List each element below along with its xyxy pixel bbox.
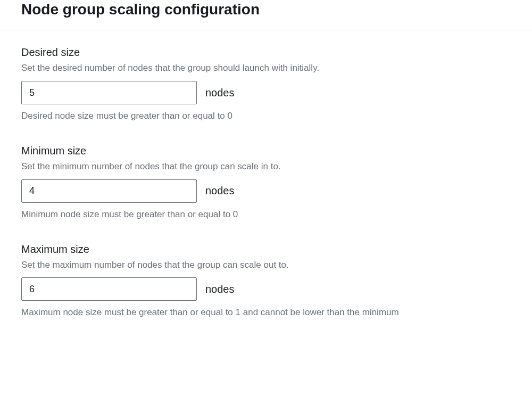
page-title: Node group scaling configuration	[21, 0, 511, 19]
minimum-size-label: Minimum size	[21, 145, 511, 157]
page-header: Node group scaling configuration	[0, 0, 532, 30]
minimum-size-input[interactable]	[21, 179, 197, 203]
minimum-size-hint: Minimum node size must be greater than o…	[21, 208, 511, 221]
desired-size-input[interactable]	[21, 81, 197, 104]
minimum-size-description: Set the minimum number of nodes that the…	[21, 160, 511, 173]
minimum-size-field-group: Minimum size Set the minimum number of n…	[21, 145, 511, 221]
maximum-size-input-row: nodes	[21, 277, 511, 301]
minimum-size-unit: nodes	[205, 185, 235, 197]
desired-size-description: Set the desired number of nodes that the…	[21, 62, 511, 75]
desired-size-input-row: nodes	[21, 81, 511, 104]
desired-size-field-group: Desired size Set the desired number of n…	[21, 46, 511, 122]
maximum-size-label: Maximum size	[21, 243, 511, 256]
maximum-size-field-group: Maximum size Set the maximum number of n…	[21, 243, 511, 319]
maximum-size-hint: Maximum node size must be greater than o…	[21, 306, 511, 319]
maximum-size-input[interactable]	[21, 277, 197, 301]
desired-size-hint: Desired node size must be greater than o…	[21, 110, 511, 122]
minimum-size-input-row: nodes	[21, 179, 511, 203]
desired-size-unit: nodes	[205, 87, 235, 99]
form-section: Desired size Set the desired number of n…	[0, 30, 532, 319]
maximum-size-unit: nodes	[205, 283, 235, 295]
desired-size-label: Desired size	[21, 46, 511, 59]
maximum-size-description: Set the maximum number of nodes that the…	[21, 259, 511, 272]
